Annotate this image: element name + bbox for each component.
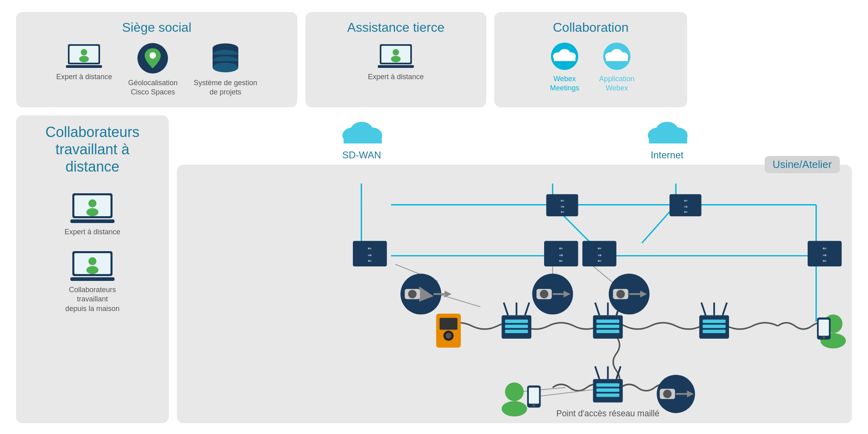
internet-cloud: Internet: [643, 115, 691, 161]
usine-title: Usine/Atelier: [765, 156, 840, 173]
svg-line-105: [525, 303, 529, 315]
svg-point-38: [86, 266, 98, 274]
assistance-icons: Expert à distance: [317, 42, 474, 82]
usine-panel: Usine/Atelier: [177, 165, 852, 423]
svg-text:⇐: ⇐: [684, 198, 688, 203]
laptop-icon-1: [66, 42, 102, 68]
svg-point-4: [79, 56, 89, 62]
svg-point-132: [532, 404, 535, 406]
siege-icons: Expert à distance GéolocalisationCisco S…: [28, 42, 285, 97]
laptop-icon-2: [378, 42, 414, 68]
main-container: Siège social Expert à distance: [0, 0, 868, 434]
svg-point-130: [502, 401, 527, 416]
svg-rect-31: [70, 219, 115, 223]
svg-rect-119: [596, 388, 619, 391]
svg-rect-118: [596, 383, 619, 387]
remote-expert-label: Expert à distance: [64, 227, 120, 237]
svg-rect-2: [66, 65, 102, 68]
assistance-expert-label: Expert à distance: [368, 72, 424, 82]
svg-text:⇐: ⇐: [598, 246, 602, 251]
svg-line-103: [504, 303, 508, 315]
clouds-row: SD-WAN Internet: [177, 115, 852, 161]
svg-point-33: [86, 208, 98, 216]
svg-line-117: [723, 303, 727, 315]
collab-title: Collaboration: [506, 20, 675, 35]
remote-panel: Collaborateurstravaillant à distance Exp…: [16, 115, 169, 423]
svg-text:⇐: ⇐: [823, 246, 827, 251]
person-bottom: [505, 383, 524, 401]
svg-rect-112: [703, 319, 726, 323]
svg-rect-107: [596, 325, 619, 328]
svg-rect-102: [505, 330, 528, 333]
location-icon: [137, 42, 169, 74]
siege-expert-label: Expert à distance: [56, 72, 112, 82]
svg-point-89: [540, 290, 548, 298]
svg-text:⇒: ⇒: [684, 204, 688, 209]
svg-rect-46: [649, 135, 687, 143]
svg-text:⇐: ⇐: [684, 209, 688, 214]
svg-rect-114: [703, 330, 726, 333]
svg-point-85: [408, 290, 417, 298]
remote-expert-item: Expert à distance: [64, 191, 120, 237]
svg-rect-131: [529, 387, 539, 403]
siege-panel: Siège social Expert à distance: [16, 12, 297, 107]
svg-text:⇒: ⇒: [368, 252, 372, 257]
remote-home-item: Collaborateurs travaillantdepuis la mais…: [60, 249, 125, 313]
svg-rect-124: [440, 318, 457, 330]
assistance-panel: Assistance tierce Expert à distance: [305, 12, 486, 107]
svg-text:⇒: ⇒: [823, 252, 827, 257]
webex-meetings-icon: [547, 42, 583, 70]
svg-text:⇒: ⇒: [561, 204, 564, 209]
svg-rect-23: [554, 56, 575, 61]
geoloc-label: GéolocalisationCisco Spaces: [128, 78, 178, 97]
svg-rect-36: [70, 277, 115, 281]
assistance-title: Assistance tierce: [317, 20, 474, 35]
svg-text:⇒: ⇒: [598, 252, 602, 257]
svg-marker-87: [445, 291, 452, 297]
svg-text:⇐: ⇐: [598, 258, 602, 263]
webex-app-item: ApplicationWebex: [599, 42, 635, 93]
siege-title: Siège social: [28, 20, 285, 35]
svg-text:⇐: ⇐: [559, 258, 563, 263]
geoloc-item: GéolocalisationCisco Spaces: [128, 42, 178, 97]
internet-cloud-icon: [643, 115, 691, 147]
sdwan-cloud: SD-WAN: [338, 115, 386, 161]
svg-rect-100: [505, 319, 528, 323]
sdwan-cloud-icon: [338, 115, 386, 147]
svg-line-115: [701, 303, 706, 315]
svg-point-18: [391, 56, 401, 62]
svg-rect-28: [606, 56, 628, 61]
remote-icons: Expert à distance Collaborateurs travail…: [28, 187, 157, 313]
svg-rect-42: [344, 135, 382, 143]
svg-line-109: [595, 303, 600, 315]
network-diagram: ⇐ ⇒ ⇐ ⇐ ⇒ ⇐ ⇐ ⇒ ⇐ ⇐ ⇒: [183, 171, 846, 417]
svg-point-126: [446, 333, 452, 339]
svg-rect-113: [703, 325, 726, 328]
webex-meetings-item: WebexMeetings: [547, 42, 583, 93]
svg-point-93: [616, 290, 625, 298]
top-row: Siège social Expert à distance: [16, 12, 852, 107]
system-label: Système de gestionde projets: [194, 78, 257, 97]
svg-rect-120: [596, 393, 619, 397]
svg-text:⇒: ⇒: [559, 252, 563, 257]
svg-point-13: [213, 63, 238, 72]
svg-point-37: [88, 257, 96, 265]
webex-meetings-label: WebexMeetings: [550, 74, 579, 93]
svg-rect-16: [378, 65, 414, 68]
svg-point-3: [81, 49, 87, 55]
bottom-row: Collaborateurstravaillant à distance Exp…: [16, 115, 852, 423]
system-item: Système de gestionde projets: [194, 42, 257, 97]
svg-line-63: [519, 387, 565, 392]
remote-home-label: Collaborateurs travaillantdepuis la mais…: [60, 285, 125, 313]
svg-point-97: [663, 389, 671, 398]
svg-point-17: [393, 49, 399, 55]
svg-rect-108: [596, 330, 619, 333]
svg-text:⇐: ⇐: [561, 209, 564, 214]
assistance-expert-item: Expert à distance: [368, 42, 424, 82]
collaboration-panel: Collaboration WebexMeetings: [494, 12, 687, 107]
svg-point-6: [149, 52, 156, 59]
svg-text:⇐: ⇐: [561, 198, 564, 203]
laptop-icon-4: [70, 249, 115, 281]
svg-point-129: [823, 336, 825, 338]
mesh-label: Point d'accès réseau maillé: [556, 409, 659, 417]
